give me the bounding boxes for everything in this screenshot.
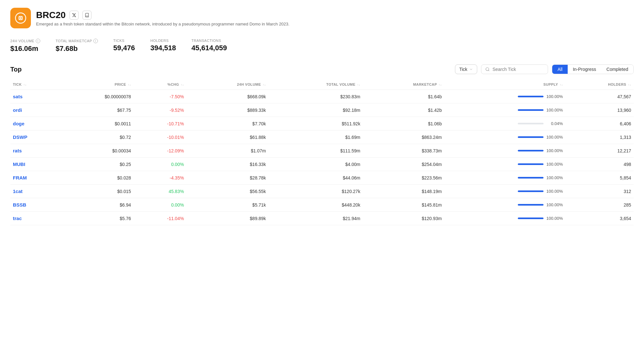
tick-cell-ordi[interactable]: ordi (10, 103, 58, 117)
col-marketcap[interactable]: MARKETCAP ↑↓ (363, 79, 444, 90)
supply-cell: 0.04% (444, 117, 565, 131)
total-volume-cell: $111.59m (269, 144, 363, 158)
volume24h-cell: $5.71k (186, 198, 269, 212)
supply-pct-label: 100.00% (546, 135, 563, 140)
holders-cell: 312 (565, 185, 634, 198)
tick-cell-1cat[interactable]: 1cat (10, 185, 58, 198)
col-tick[interactable]: TICK ↑↓ (10, 79, 58, 90)
table-row: sats $0.00000078 -7.50% $668.09k $230.83… (10, 90, 634, 103)
holders-cell: 498 (565, 158, 634, 171)
pct-chg-cell: 0.00% (134, 158, 186, 171)
marketcap-cell: $148.19m (363, 185, 444, 198)
col-holders[interactable]: HOLDERS ↑↓ (565, 79, 634, 90)
tick-badge-label: Tick (459, 67, 467, 72)
total-volume-cell: $44.06m (269, 171, 363, 185)
col-supply[interactable]: SUPPLY ↑↓ (444, 79, 565, 90)
volume24h-cell: $61.88k (186, 131, 269, 144)
supply-cell: 100.00% (444, 131, 565, 144)
tick-cell-FRAM[interactable]: FRAM (10, 171, 58, 185)
col-volume24h[interactable]: 24H VOLUME ↑↓ (186, 79, 269, 90)
supply-progress-fill (518, 109, 544, 111)
supply-progress-fill (518, 136, 544, 138)
pct-chg-cell: -10.01% (134, 131, 186, 144)
supply-cell: 100.00% (444, 171, 565, 185)
holders-cell: 13,960 (565, 103, 634, 117)
supply-progress-bar (518, 163, 544, 165)
search-box (481, 64, 548, 74)
stat-transactions-value: 45,614,059 (192, 44, 227, 52)
tick-cell-BSSB[interactable]: BSSB (10, 198, 58, 212)
table-row: MUBI $0.25 0.00% $16.33k $4.00m $254.04m… (10, 158, 634, 171)
brand-logo (10, 8, 31, 28)
supply-progress-fill (518, 96, 544, 97)
volume24h-cell: $7.70k (186, 117, 269, 131)
stat-marketcap-value: $7.68b (56, 44, 98, 53)
header-description: Emerged as a fresh token standard within… (36, 22, 289, 26)
svg-point-3 (486, 68, 489, 71)
search-icon (485, 67, 490, 72)
pct-chg-cell: 0.00% (134, 198, 186, 212)
supply-progress-fill (518, 190, 544, 192)
tick-filter-badge[interactable]: Tick (455, 64, 477, 74)
volume24h-cell: $28.78k (186, 171, 269, 185)
price-cell: $0.015 (58, 185, 134, 198)
stat-ticks-value: 59,476 (113, 44, 135, 52)
volume24h-cell: $889.33k (186, 103, 269, 117)
page-title: BRC20 (36, 10, 289, 20)
total-volume-cell: $120.27k (269, 185, 363, 198)
holders-cell: 3,654 (565, 212, 634, 225)
volume24h-cell: $56.55k (186, 185, 269, 198)
page-header: BRC20 Emerged as a fresh token standard … (10, 8, 634, 28)
search-input[interactable] (492, 67, 544, 72)
tick-cell-sats[interactable]: sats (10, 90, 58, 103)
supply-cell: 100.00% (444, 103, 565, 117)
supply-pct-label: 100.00% (546, 94, 563, 99)
filter-in-progress-button[interactable]: In-Progress (568, 65, 601, 74)
supply-progress-bar (518, 109, 544, 111)
supply-progress-bar (518, 177, 544, 179)
toolbar-right: Tick All In-Progress Completed (455, 64, 634, 74)
tick-cell-doge[interactable]: doge (10, 117, 58, 131)
filter-completed-button[interactable]: Completed (601, 65, 633, 74)
tick-cell-rats[interactable]: rats (10, 144, 58, 158)
col-pct-chg[interactable]: %CHG ↑↓ (134, 79, 186, 90)
supply-cell: 100.00% (444, 212, 565, 225)
pct-chg-cell: 45.83% (134, 185, 186, 198)
supply-progress-bar (518, 218, 544, 219)
total-volume-cell: $21.94m (269, 212, 363, 225)
volume24h-cell: $89.89k (186, 212, 269, 225)
tick-cell-DSWP[interactable]: DSWP (10, 131, 58, 144)
supply-progress-bar (518, 204, 544, 206)
chevron-down-icon (469, 67, 473, 71)
total-volume-cell: $448.20k (269, 198, 363, 212)
supply-progress-fill (518, 150, 544, 151)
col-total-volume[interactable]: TOTAL VOLUME ↑↓ (269, 79, 363, 90)
stat-ticks: TICKS 59,476 (113, 39, 135, 53)
volume24h-cell: $668.09k (186, 90, 269, 103)
stat-volume24h-label: 24H VOLUME i (10, 39, 40, 43)
table-row: ordi $67.75 -9.52% $889.33k $92.18m $1.4… (10, 103, 634, 117)
tick-cell-trac[interactable]: trac (10, 212, 58, 225)
header-text-block: BRC20 Emerged as a fresh token standard … (36, 10, 289, 26)
supply-pct-label: 0.04% (546, 121, 563, 126)
filter-all-button[interactable]: All (552, 65, 568, 74)
tick-cell-MUBI[interactable]: MUBI (10, 158, 58, 171)
supply-pct-label: 100.00% (546, 216, 563, 221)
table-title: Top (10, 66, 22, 73)
stat-ticks-label: TICKS (113, 39, 135, 43)
holders-cell: 6,406 (565, 117, 634, 131)
supply-pct-label: 100.00% (546, 189, 563, 194)
marketcap-cell: $338.73m (363, 144, 444, 158)
supply-progress-fill (518, 163, 544, 165)
supply-cell: 100.00% (444, 90, 565, 103)
supply-pct-label: 100.00% (546, 175, 563, 180)
twitter-link-button[interactable] (70, 11, 79, 20)
supply-progress-fill (518, 218, 544, 219)
docs-button[interactable] (82, 11, 91, 20)
supply-progress-bar (518, 96, 544, 97)
price-cell: $0.72 (58, 131, 134, 144)
holders-cell: 5,854 (565, 171, 634, 185)
col-price[interactable]: PRICE ↑↓ (58, 79, 134, 90)
marketcap-cell: $1.64b (363, 90, 444, 103)
holders-cell: 285 (565, 198, 634, 212)
